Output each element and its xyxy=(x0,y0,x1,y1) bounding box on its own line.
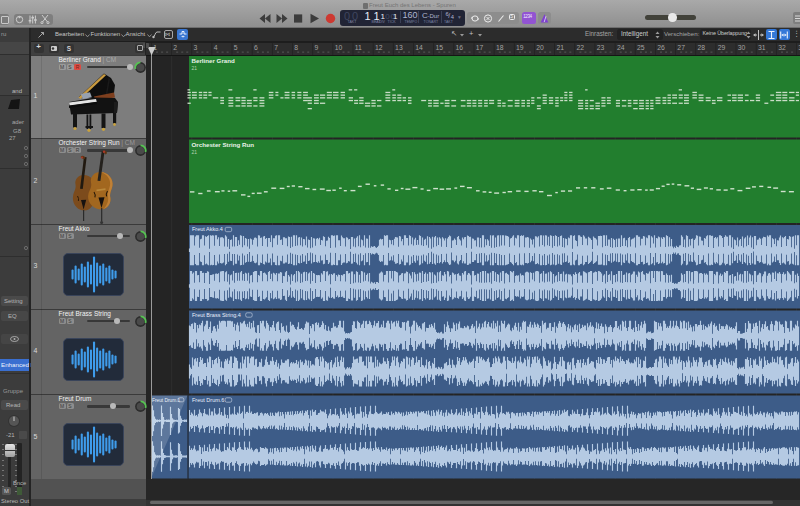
svg-text:7: 7 xyxy=(274,44,278,51)
svg-text:15: 15 xyxy=(435,44,443,51)
svg-text:27: 27 xyxy=(677,44,685,51)
svg-text:Freut Drum.6: Freut Drum.6 xyxy=(192,397,224,403)
svg-text:Berliner Grand: Berliner Grand xyxy=(192,57,236,64)
svg-text:17: 17 xyxy=(476,44,484,51)
svg-text:13: 13 xyxy=(395,44,403,51)
svg-text:21: 21 xyxy=(556,44,564,51)
svg-text:31: 31 xyxy=(758,44,766,51)
svg-text:Freut Brass String.4: Freut Brass String.4 xyxy=(192,312,241,318)
svg-text:Freut Akko.4: Freut Akko.4 xyxy=(192,226,223,232)
svg-text:5: 5 xyxy=(234,44,238,51)
svg-text:2: 2 xyxy=(173,44,177,51)
svg-text:26: 26 xyxy=(657,44,665,51)
svg-text:25: 25 xyxy=(637,44,645,51)
svg-text:9: 9 xyxy=(314,44,318,51)
svg-text:24: 24 xyxy=(617,44,625,51)
svg-text:6: 6 xyxy=(254,44,258,51)
svg-text:3: 3 xyxy=(194,44,198,51)
svg-text:21: 21 xyxy=(192,149,198,155)
svg-text:22: 22 xyxy=(577,44,585,51)
svg-text:Orchester String Run: Orchester String Run xyxy=(192,141,255,148)
svg-text:11: 11 xyxy=(355,44,362,51)
svg-text:23: 23 xyxy=(597,44,605,51)
svg-text:14: 14 xyxy=(415,44,423,51)
svg-text:29: 29 xyxy=(718,44,726,51)
svg-text:12: 12 xyxy=(375,44,383,51)
svg-text:32: 32 xyxy=(778,44,786,51)
svg-text:8: 8 xyxy=(294,44,298,51)
svg-text:30: 30 xyxy=(738,44,746,51)
svg-text:28: 28 xyxy=(698,44,706,51)
svg-text:19: 19 xyxy=(516,44,524,51)
svg-text:10: 10 xyxy=(335,44,343,51)
svg-text:4: 4 xyxy=(214,44,218,51)
svg-text:18: 18 xyxy=(496,44,504,51)
svg-text:21: 21 xyxy=(192,65,198,71)
svg-text:16: 16 xyxy=(456,44,464,51)
svg-text:20: 20 xyxy=(536,44,544,51)
